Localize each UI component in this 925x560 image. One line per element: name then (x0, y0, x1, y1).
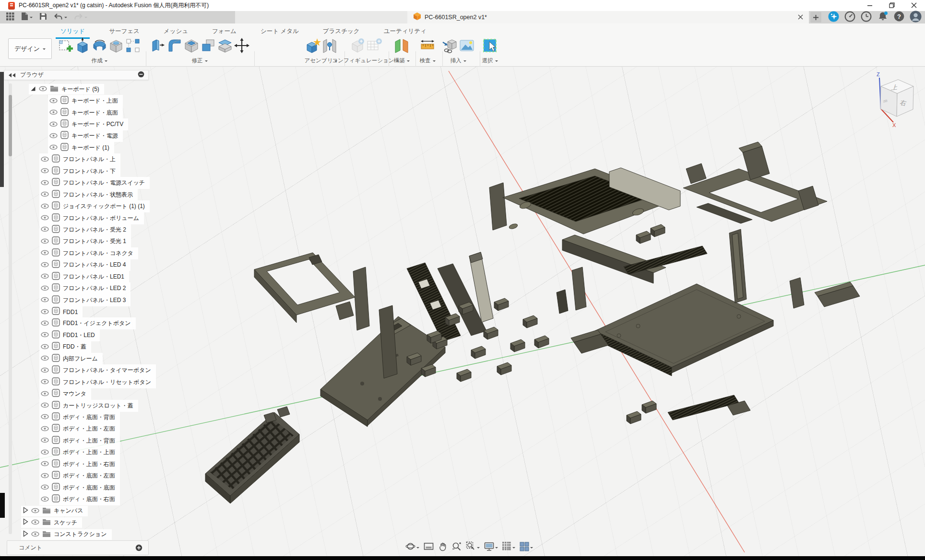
browser-item-body[interactable]: フロントパネル・状態表示 (0, 189, 206, 200)
browser-item-label[interactable]: ボディ・底面・左面 (63, 472, 115, 480)
notifications-button[interactable] (877, 11, 889, 24)
browser-item-label[interactable]: フロントパネル・リセットボタン (63, 378, 151, 386)
visibility-eye-icon[interactable] (41, 296, 49, 304)
browser-item-label[interactable]: フロントパネル・LED 4 (63, 261, 126, 269)
visibility-eye-icon[interactable] (41, 272, 49, 281)
joint-button[interactable] (321, 37, 338, 56)
visibility-eye-icon[interactable] (41, 472, 49, 480)
browser-item-label[interactable]: フロントパネル・受光 1 (63, 237, 126, 245)
browser-item-body[interactable]: キーボード (1) (0, 142, 206, 153)
extrude-button[interactable] (74, 37, 91, 56)
browser-item-body[interactable]: フロントパネル・LED 3 (0, 294, 206, 306)
browser-item-label[interactable]: フロントパネル・下 (63, 167, 116, 175)
minimize-button[interactable] (859, 0, 881, 11)
browser-item-body[interactable]: FDD1・イジェクトボタン (0, 318, 206, 329)
browser-item-label[interactable]: キーボード・上面 (71, 97, 118, 105)
browser-item-body[interactable]: フロントパネル・受光 1 (0, 236, 206, 247)
browser-item-label[interactable]: ボディ・上面・上面 (63, 448, 115, 456)
visibility-eye-icon[interactable] (41, 261, 49, 269)
document-tab[interactable]: PC-6601SR_open2 v1* (407, 11, 809, 23)
visibility-eye-icon[interactable] (41, 284, 49, 293)
comments-bar[interactable]: コメント (7, 540, 149, 555)
browser-item-body[interactable]: FDD・蓋 (0, 341, 206, 353)
browser-item-label[interactable]: キーボード (5) (61, 85, 99, 93)
pattern-button[interactable] (125, 37, 141, 56)
browser-item-body[interactable]: フロントパネル・コネクタ (0, 247, 206, 259)
browser-item-body[interactable]: ジョイスティックポート (1) (1) (0, 200, 206, 212)
tab-close-icon[interactable] (797, 12, 804, 23)
browser-item-body[interactable]: ボディ・上面・左面 (0, 423, 206, 435)
visibility-eye-icon[interactable] (41, 425, 49, 433)
browser-item-body[interactable]: キーボード・電源 (0, 130, 206, 142)
press-pull-button[interactable] (150, 37, 166, 56)
visibility-eye-icon[interactable] (49, 132, 58, 140)
look-at-button[interactable] (424, 542, 434, 553)
visibility-eye-icon[interactable] (41, 179, 49, 187)
browser-item-label[interactable]: ボディ・底面・底面 (63, 484, 115, 492)
visibility-eye-icon[interactable] (41, 460, 49, 468)
help-button[interactable]: ? (894, 11, 904, 23)
browser-item-label[interactable]: スケッチ (54, 519, 77, 527)
collapse-chevrons-icon[interactable] (8, 71, 16, 80)
browser-item-body[interactable]: マウンタ (0, 388, 206, 399)
shell-button[interactable] (183, 37, 200, 56)
ribbon-tab-5[interactable]: シート メタル (256, 25, 304, 38)
visibility-eye-icon[interactable] (41, 366, 49, 375)
visibility-eye-icon[interactable] (41, 214, 49, 222)
visibility-eye-icon[interactable] (41, 190, 49, 199)
hole-button[interactable] (108, 37, 124, 56)
ribbon-tab-6[interactable]: プラスチック (318, 25, 365, 38)
browser-item-body[interactable]: フロントパネル・ボリューム (0, 212, 206, 224)
browser-item-assembly[interactable]: キーボード (5) (0, 83, 206, 95)
visibility-eye-icon[interactable] (39, 85, 47, 93)
visibility-eye-icon[interactable] (41, 401, 49, 410)
browser-item-label[interactable]: FDD1・LED (63, 331, 95, 339)
browser-item-body[interactable]: ボディ・上面・右面 (0, 458, 206, 470)
orbit-button[interactable] (405, 541, 419, 553)
split-button[interactable] (217, 37, 233, 56)
browser-item-label[interactable]: 内部フレーム (63, 355, 98, 363)
job-status-button[interactable] (844, 11, 855, 24)
browser-item-body[interactable]: ボディ・底面・右面 (0, 493, 206, 505)
browser-item-body[interactable]: フロントパネル・下 (0, 165, 206, 177)
browser-item-label[interactable]: キーボード・PC/TV (71, 120, 123, 128)
group-dropdown[interactable]: 挿入 (440, 57, 476, 64)
browser-item-label[interactable]: キーボード・電源 (71, 132, 118, 140)
browser-item-body[interactable]: フロントパネル・受光 2 (0, 224, 206, 235)
browser-item-label[interactable]: フロントパネル・LED 2 (63, 284, 126, 292)
visibility-eye-icon[interactable] (41, 319, 49, 328)
browser-item-label[interactable]: フロントパネル・LED1 (63, 273, 124, 281)
display-settings-button[interactable] (484, 542, 498, 553)
browser-item-label[interactable]: フロントパネル・コネクタ (63, 249, 133, 257)
visibility-eye-icon[interactable] (41, 354, 49, 363)
measure-button[interactable] (419, 37, 436, 56)
group-dropdown[interactable]: 構築 (391, 57, 412, 64)
ribbon-tab-3[interactable]: メッシュ (159, 25, 193, 38)
browser-item-folder[interactable]: キャンバス (0, 505, 206, 517)
insert-derive-button[interactable] (442, 37, 458, 56)
fillet-button[interactable] (166, 37, 183, 56)
ribbon-tab-7[interactable]: ユーティリティ (379, 25, 431, 38)
insert-canvas-button[interactable] (459, 37, 475, 56)
zoom-button[interactable] (452, 542, 462, 553)
viewports-button[interactable] (520, 542, 533, 553)
visibility-eye-icon[interactable] (49, 97, 58, 105)
visibility-eye-icon[interactable] (41, 495, 49, 504)
browser-item-label[interactable]: FDD1 (63, 309, 78, 315)
browser-item-body[interactable]: ボディ・上面・上面 (0, 447, 206, 458)
restore-button[interactable] (881, 0, 903, 11)
browser-item-body[interactable]: FDD1 (0, 306, 206, 317)
browser-item-label[interactable]: キーボード (1) (71, 144, 109, 152)
browser-item-label[interactable]: キャンバス (54, 507, 83, 515)
visibility-eye-icon[interactable] (41, 167, 49, 175)
browser-item-body[interactable]: キーボード・上面 (0, 95, 206, 106)
visibility-eye-icon[interactable] (41, 225, 49, 234)
group-dropdown[interactable]: 修正 (149, 57, 250, 64)
browser-item-body[interactable]: フロントパネル・タイマーボタン (0, 365, 206, 376)
browser-item-label[interactable]: カートリッジスロット・蓋 (63, 402, 133, 410)
browser-item-body[interactable]: キーボード・PC/TV (0, 118, 206, 130)
browser-item-body[interactable]: フロントパネル・LED1 (0, 271, 206, 282)
visibility-eye-icon[interactable] (41, 331, 49, 339)
workspace-selector[interactable]: デザイン (8, 38, 52, 59)
browser-item-body[interactable]: ボディ・底面・背面 (0, 411, 206, 423)
